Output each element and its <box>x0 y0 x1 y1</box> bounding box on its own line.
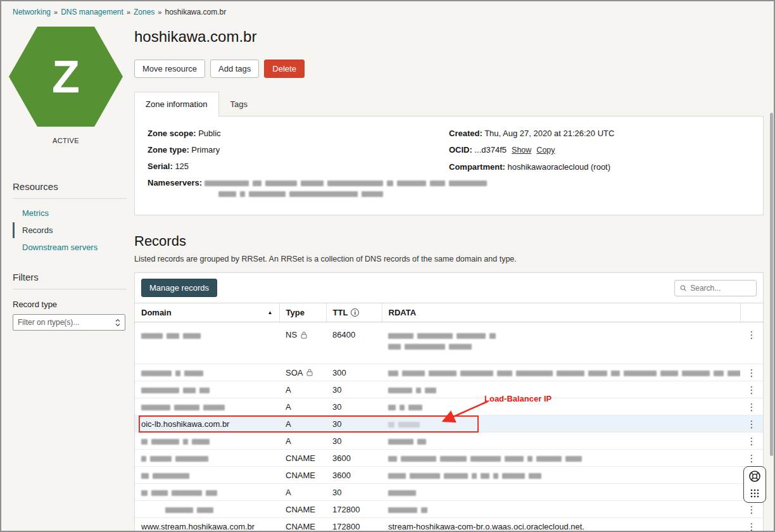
serial-label: Serial: <box>148 162 173 171</box>
zone-type-value: Primary <box>191 145 220 155</box>
sidebar: Z ACTIVE Resources Metrics Records Downs… <box>1 19 134 331</box>
rdata-cell-redacted <box>382 433 740 450</box>
tab-tags[interactable]: Tags <box>219 92 259 116</box>
zone-type-label: Zone type: <box>148 145 189 155</box>
type-header-label: Type <box>286 308 305 317</box>
row-actions-menu[interactable]: ⋮ <box>747 419 757 429</box>
status-badge: ACTIVE <box>9 137 123 144</box>
table-row: A 30 ⋮ <box>135 433 763 450</box>
column-header-type[interactable]: Type <box>279 303 326 322</box>
lock-icon <box>306 369 313 376</box>
column-header-ttl[interactable]: TTLi <box>326 303 382 322</box>
sidebar-item-downstream-servers[interactable]: Downstream servers <box>13 239 127 255</box>
floating-widget <box>743 466 766 503</box>
row-actions-menu[interactable]: ⋮ <box>747 402 757 412</box>
manage-records-button[interactable]: Manage records <box>141 279 217 297</box>
records-heading: Records <box>134 233 764 250</box>
records-panel: Manage records Domain▲ Type TTLi <box>134 272 764 532</box>
row-actions-menu[interactable]: ⋮ <box>747 368 757 377</box>
column-header-rdata[interactable]: RDATA <box>382 303 740 322</box>
record-type: CNAME <box>286 453 315 463</box>
row-actions-menu[interactable]: ⋮ <box>747 522 757 531</box>
column-header-domain[interactable]: Domain▲ <box>135 303 279 322</box>
domain-cell-redacted <box>135 381 279 398</box>
nameservers-value-redacted <box>205 177 491 199</box>
sidebar-item-records[interactable]: Records <box>13 222 127 238</box>
tab-zone-information[interactable]: Zone information <box>134 92 219 117</box>
record-type: A <box>286 402 291 412</box>
delete-button[interactable]: Delete <box>264 60 305 78</box>
record-type: CNAME <box>286 471 315 480</box>
domain-value: www.stream.hoshikawa.com.br <box>135 518 279 532</box>
breadcrumb-dns-management[interactable]: DNS management <box>61 8 123 16</box>
domain-cell-redacted <box>135 322 279 364</box>
move-resource-button[interactable]: Move resource <box>134 60 205 78</box>
record-type: SOA <box>286 368 303 377</box>
rdata-cell-redacted <box>382 484 740 501</box>
rdata-cell-redacted <box>382 415 740 433</box>
breadcrumb-current-zone: hoshikawa.com.br <box>165 8 226 16</box>
apps-grid-button[interactable] <box>747 486 763 500</box>
domain-cell-redacted <box>135 364 279 381</box>
zone-scope-label: Zone scope: <box>148 129 196 138</box>
breadcrumb-separator: » <box>158 8 161 16</box>
table-row: SOA 300 ⋮ <box>135 364 763 381</box>
record-type-filter-value: Filter on rtype(s)... <box>18 318 79 327</box>
rdata-cell-redacted <box>382 501 740 518</box>
sidebar-item-metrics[interactable]: Metrics <box>13 205 127 221</box>
ttl-value: 3600 <box>326 467 382 484</box>
add-tags-button[interactable]: Add tags <box>210 60 259 78</box>
domain-cell-redacted <box>135 501 279 518</box>
row-actions-menu[interactable]: ⋮ <box>747 436 757 446</box>
row-actions-menu[interactable]: ⋮ <box>747 453 757 463</box>
record-type-label: Record type <box>13 300 127 309</box>
record-type: NS <box>286 330 297 339</box>
vertical-scrollbar[interactable] <box>770 113 773 456</box>
record-type: CNAME <box>286 505 315 514</box>
ttl-value: 30 <box>326 415 382 433</box>
record-type: CNAME <box>286 522 315 531</box>
created-label: Created: <box>449 129 482 138</box>
compartment-label: Compartment: <box>449 162 505 172</box>
rdata-cell-redacted <box>382 398 740 415</box>
domain-cell-redacted <box>135 398 279 415</box>
record-type: A <box>286 419 291 429</box>
rdata-cell-redacted <box>382 322 740 364</box>
table-row: NS 86400 ⋮ <box>135 322 763 364</box>
record-type: A <box>286 436 291 446</box>
ttl-value: 300 <box>326 364 382 381</box>
records-search[interactable] <box>674 280 757 296</box>
rdata-cell-redacted <box>382 467 740 484</box>
breadcrumb-zones[interactable]: Zones <box>134 8 154 16</box>
search-input[interactable] <box>690 284 751 293</box>
row-actions-menu[interactable]: ⋮ <box>747 385 757 395</box>
page-title: hoshikawa.com.br <box>134 28 764 46</box>
ttl-value: 172800 <box>326 518 382 532</box>
rdata-value: stream-hoshikawa-com-br.o.waas.oci.oracl… <box>382 518 740 532</box>
table-row: A 30 ⋮ <box>135 484 763 501</box>
breadcrumb: Networking » DNS management » Zones » ho… <box>1 1 774 19</box>
record-type-filter-select[interactable]: Filter on rtype(s)... <box>13 314 125 331</box>
created-value: Thu, Aug 27, 2020 at 21:26:20 UTC <box>484 129 614 138</box>
help-button[interactable] <box>747 469 763 483</box>
ttl-info-icon[interactable]: i <box>351 308 359 317</box>
table-row: A 30 ⋮ <box>135 381 763 398</box>
rdata-header-label: RDATA <box>389 308 417 317</box>
breadcrumb-networking[interactable]: Networking <box>13 8 51 16</box>
domain-cell-redacted <box>135 450 279 467</box>
resources-heading: Resources <box>13 181 127 199</box>
domain-cell-redacted <box>135 467 279 484</box>
zone-scope-value: Public <box>198 129 220 138</box>
select-stepper-icon <box>115 319 120 327</box>
zone-status-hexagon-icon: Z <box>9 27 123 127</box>
table-row: CNAME 172800 ⋮ <box>135 501 763 518</box>
records-table: Domain▲ Type TTLi RDATA NS 86400 <box>135 303 763 532</box>
ocid-copy-link[interactable]: Copy <box>536 146 555 155</box>
sort-ascending-icon: ▲ <box>268 310 273 315</box>
table-row-highlighted: oic-lb.hoshikawa.com.br Load-Balancer IP… <box>135 415 763 433</box>
row-actions-menu[interactable]: ⋮ <box>747 330 757 339</box>
ttl-value: 3600 <box>326 450 382 467</box>
row-actions-menu[interactable]: ⋮ <box>747 505 757 514</box>
ocid-show-link[interactable]: Show <box>512 146 531 155</box>
ttl-value: 86400 <box>326 322 382 364</box>
